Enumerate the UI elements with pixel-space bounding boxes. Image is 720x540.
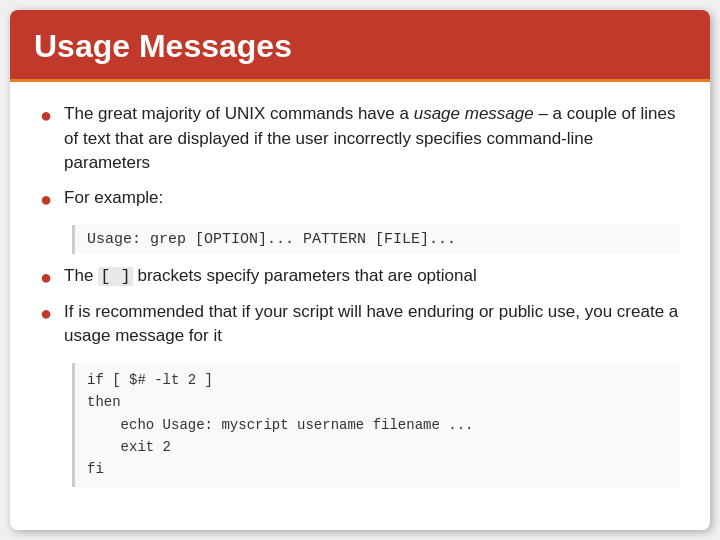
slide: Usage Messages ● The great majority of U… xyxy=(10,10,710,530)
list-item: ● For example: xyxy=(40,186,680,211)
code-block-2: if [ $# -lt 2 ] then echo Usage: myscrip… xyxy=(72,363,680,487)
list-item: ● The great majority of UNIX commands ha… xyxy=(40,102,680,176)
bullet-text-4: If is recommended that if your script wi… xyxy=(64,300,680,349)
code-line-1: if [ $# -lt 2 ] xyxy=(87,369,668,391)
slide-header: Usage Messages xyxy=(10,10,710,82)
bullet-icon: ● xyxy=(40,188,52,211)
code-line-4: exit 2 xyxy=(87,436,668,458)
code-line-2: then xyxy=(87,391,668,413)
bullet-icon: ● xyxy=(40,302,52,325)
slide-title: Usage Messages xyxy=(34,28,686,65)
code-line-5: fi xyxy=(87,458,668,480)
code-line-3: echo Usage: myscript username filename .… xyxy=(87,414,668,436)
list-item: ● The [ ] brackets specify parameters th… xyxy=(40,264,680,290)
bullet-text-1: The great majority of UNIX commands have… xyxy=(64,102,680,176)
bullet-text-3: The [ ] brackets specify parameters that… xyxy=(64,264,477,290)
bullet-text-2: For example: xyxy=(64,186,163,211)
bullet-icon: ● xyxy=(40,104,52,127)
bullet-icon: ● xyxy=(40,266,52,289)
code-block-1: Usage: grep [OPTION]... PATTERN [FILE]..… xyxy=(72,225,680,254)
list-item: ● If is recommended that if your script … xyxy=(40,300,680,349)
inline-code: [ ] xyxy=(98,267,133,286)
slide-content: ● The great majority of UNIX commands ha… xyxy=(10,82,710,530)
